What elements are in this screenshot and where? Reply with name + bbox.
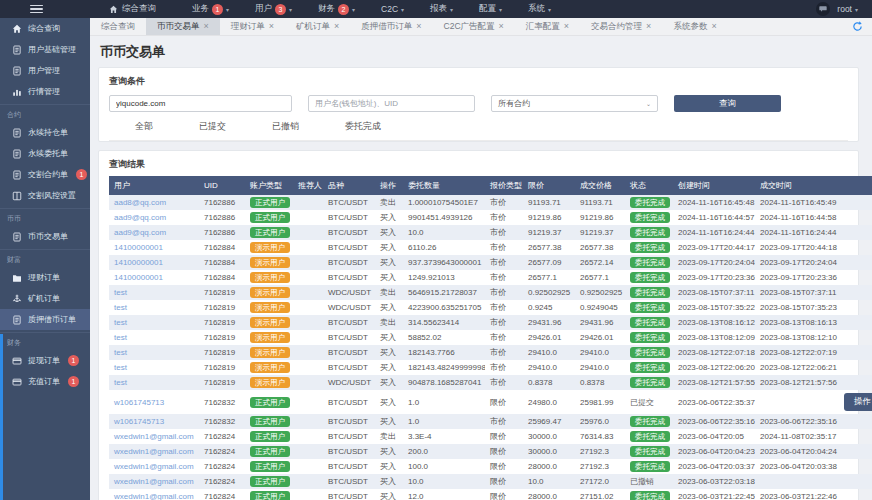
tab-item[interactable]: 理财订单× [220, 18, 285, 35]
topnav-item[interactable]: 系统▾ [528, 3, 551, 15]
breadcrumb[interactable]: 综合查询 [109, 3, 156, 15]
close-icon[interactable]: × [334, 22, 339, 31]
user-link[interactable]: test [114, 288, 127, 297]
sidebar-item[interactable]: 理财订单 [0, 267, 90, 288]
chevron-down-icon: ▾ [401, 6, 404, 13]
cell-fill-price: 26577.1 [575, 270, 625, 285]
tab-item[interactable]: 质押借币订单× [350, 18, 432, 35]
cell-uid: 7162824 [199, 459, 245, 474]
sidebar-item[interactable]: 综合查询 [0, 18, 90, 39]
menu-toggle-icon[interactable] [30, 3, 43, 16]
column-header: UID [199, 176, 245, 195]
tab-item[interactable]: 系统参数× [662, 18, 727, 35]
topnav-item[interactable]: 业务1▾ [192, 3, 229, 15]
user-link[interactable]: test [114, 333, 127, 342]
cell-pair: WDC/USDT [323, 375, 375, 390]
topnav-item[interactable]: 财务2▾ [318, 3, 355, 15]
status-badge: 委托完成 [630, 212, 670, 223]
tab-active[interactable]: 币币交易单× [146, 18, 220, 35]
tab-item[interactable]: 矿机订单× [285, 18, 350, 35]
cell-created-at: 2023-06-04T20:05 [673, 429, 755, 444]
contract-select[interactable]: 所有合约 ⌄ [491, 95, 658, 112]
cell-pair: BTC/USDT [323, 429, 375, 444]
cell-actions [839, 255, 872, 270]
tab-item[interactable]: 汇率配置× [515, 18, 580, 35]
sidebar-item[interactable]: 币币交易单 [0, 226, 90, 247]
user-link[interactable]: wxedwin1@gmail.com [114, 447, 194, 456]
cell-fill-price: 26572.14 [575, 255, 625, 270]
close-icon[interactable]: × [564, 22, 569, 31]
row-action-button[interactable]: 操作▾ [844, 393, 872, 411]
user-menu[interactable]: root ▾ [837, 4, 858, 14]
cell-uid: 7162824 [199, 444, 245, 459]
keyword-input[interactable] [109, 95, 292, 112]
account-type-badge: 演示用户 [250, 332, 290, 343]
user-link[interactable]: aad9@qq.com [114, 213, 166, 222]
tab-item[interactable]: 交易合约管理× [580, 18, 662, 35]
user-link[interactable]: test [114, 348, 127, 357]
cell-price-type: 市价 [485, 225, 523, 240]
sidebar-item[interactable]: 行情管理 [0, 81, 90, 102]
user-link[interactable]: test [114, 378, 127, 387]
sidebar-item[interactable]: 充值订单1 [0, 371, 90, 392]
column-header: 推荐人 [293, 176, 323, 195]
account-type-badge: 正式用户 [250, 446, 290, 457]
sidebar-item[interactable]: 交割合约单1 [0, 164, 90, 185]
close-icon[interactable]: × [416, 22, 421, 31]
cell-created-at: 2023-08-13T08:16:12 [673, 315, 755, 330]
user-link[interactable]: w1061745713 [114, 417, 164, 426]
user-link[interactable]: wxedwin1@gmail.com [114, 432, 194, 441]
user-link[interactable]: test [114, 303, 127, 312]
user-link[interactable]: 14100000001 [114, 258, 163, 267]
filter-tab[interactable]: 全部 [115, 120, 173, 140]
user-link[interactable]: wxedwin1@gmail.com [114, 477, 194, 486]
filter-tab[interactable]: 已提交 [179, 120, 246, 140]
row-action-label[interactable]: 操作 [844, 393, 872, 411]
close-icon[interactable]: × [499, 22, 504, 31]
cell-limit-price: 29431.96 [523, 315, 575, 330]
cell-created-at: 2023-09-17T20:44:17 [673, 240, 755, 255]
sidebar-item[interactable]: 提现订单1 [0, 350, 90, 371]
user-link[interactable]: aad9@qq.com [114, 228, 166, 237]
cell-filled-at [755, 474, 839, 489]
topnav-item[interactable]: 报表▾ [430, 3, 453, 15]
user-link[interactable]: wxedwin1@gmail.com [114, 492, 194, 500]
tab-item[interactable]: 综合查询 [90, 18, 146, 35]
tab-item[interactable]: C2C广告配置× [433, 18, 515, 35]
cell-fill-price: 29410.0 [575, 360, 625, 375]
user-link[interactable]: w1061745713 [114, 398, 164, 407]
user-link[interactable]: 14100000001 [114, 273, 163, 282]
cell-pair: BTC/USDT [323, 315, 375, 330]
cell-status: 委托完成 [625, 300, 673, 315]
cell-price-type: 限价 [485, 390, 523, 414]
sidebar-item[interactable]: 用户管理 [0, 60, 90, 81]
filter-tab[interactable]: 委托完成 [325, 120, 401, 140]
cell-price-type: 市价 [485, 240, 523, 255]
message-icon[interactable] [816, 2, 830, 16]
close-icon[interactable]: × [646, 22, 651, 31]
search-button[interactable]: 查询 [674, 95, 781, 112]
sidebar-item[interactable]: 交割风控设置 [0, 185, 90, 206]
sidebar-scrollbar[interactable] [0, 334, 3, 500]
sidebar-item[interactable]: 永续委托单 [0, 143, 90, 164]
sidebar-item[interactable]: 矿机订单 [0, 288, 90, 309]
user-search-input[interactable] [308, 95, 475, 112]
sidebar-item[interactable]: 永续持仓单 [0, 122, 90, 143]
cell-fill-price: 26577.38 [575, 240, 625, 255]
topnav-item[interactable]: 配置▾ [479, 3, 502, 15]
close-icon[interactable]: × [269, 22, 274, 31]
filter-tab[interactable]: 已撤销 [252, 120, 319, 140]
topnav-item[interactable]: 用户3▾ [255, 3, 292, 15]
user-link[interactable]: aad8@qq.com [114, 198, 166, 207]
refresh-tab-button[interactable] [843, 18, 872, 35]
user-link[interactable]: wxedwin1@gmail.com [114, 462, 194, 471]
sidebar-item[interactable]: 用户基础管理 [0, 39, 90, 60]
user-link[interactable]: test [114, 363, 127, 372]
topnav-item[interactable]: C2C▾ [381, 4, 404, 14]
user-link[interactable]: test [114, 318, 127, 327]
close-icon[interactable]: × [204, 22, 209, 31]
cell-referrer [293, 285, 323, 300]
sidebar-item[interactable]: 质押借币订单 [0, 309, 90, 330]
user-link[interactable]: 14100000001 [114, 243, 163, 252]
close-icon[interactable]: × [711, 22, 716, 31]
